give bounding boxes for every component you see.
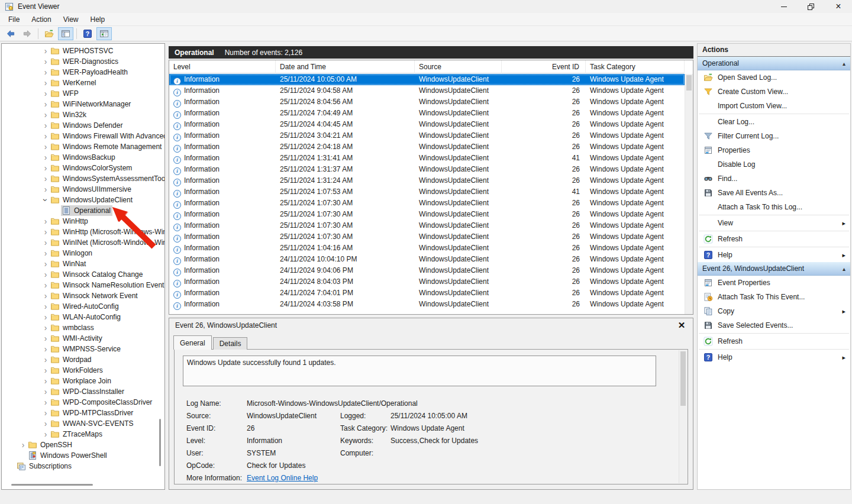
chevron-right-icon[interactable]: ›	[19, 441, 27, 449]
chevron-right-icon[interactable]: ›	[41, 409, 50, 417]
event-log-online-help-link[interactable]: Event Log Online Help	[247, 474, 670, 482]
chevron-right-icon[interactable]: ›	[41, 153, 50, 161]
event-list-scrollbar-thumb[interactable]	[686, 75, 692, 91]
action-open-saved-log[interactable]: Open Saved Log...	[698, 70, 850, 85]
menu-action[interactable]: Action	[25, 14, 57, 25]
menu-help[interactable]: Help	[85, 14, 111, 25]
action-disable-log[interactable]: Disable Log	[698, 157, 850, 172]
event-row[interactable]: iInformation25/11/2024 10:05:00 AMWindow…	[169, 74, 685, 85]
action-refresh[interactable]: Refresh	[698, 232, 850, 246]
event-row[interactable]: iInformation24/11/2024 9:04:06 PMWindows…	[169, 265, 685, 276]
tree-item-windows-remote-management[interactable]: ›Windows Remote Management	[2, 141, 164, 152]
chevron-right-icon[interactable]: ›	[41, 121, 50, 130]
event-row[interactable]: iInformation25/11/2024 4:04:45 AMWindows…	[169, 119, 685, 130]
event-row[interactable]: iInformation25/11/2024 1:07:30 AMWindows…	[169, 209, 685, 220]
chevron-right-icon[interactable]: ›	[41, 111, 50, 119]
event-row[interactable]: iInformation25/11/2024 2:04:18 AMWindows…	[169, 141, 685, 153]
chevron-right-icon[interactable]: ›	[41, 89, 50, 98]
close-button[interactable]: ×	[825, 0, 852, 13]
chevron-right-icon[interactable]: ›	[41, 68, 50, 76]
tree-item-winsock-nameresolution-event[interactable]: ›Winsock NameResolution Event	[2, 280, 164, 290]
chevron-right-icon[interactable]: ›	[41, 430, 50, 438]
column-header-source[interactable]: Source	[415, 60, 502, 73]
chevron-right-icon[interactable]: ›	[41, 419, 50, 428]
tree-item-wwan-svc-events[interactable]: ›WWAN-SVC-EVENTS	[2, 418, 164, 429]
chevron-right-icon[interactable]: ›	[41, 387, 50, 396]
event-row[interactable]: iInformation25/11/2024 9:04:58 AMWindows…	[169, 85, 685, 96]
tree-item-operational[interactable]: Operational	[2, 205, 164, 216]
tree-item-wephostsvc[interactable]: ›WEPHOSTSVC	[2, 46, 164, 56]
chevron-right-icon[interactable]: ›	[41, 313, 50, 321]
tab-details[interactable]: Details	[213, 337, 248, 350]
chevron-down-icon[interactable]: ›	[41, 196, 50, 204]
chevron-right-icon[interactable]: ›	[41, 217, 50, 225]
chevron-right-icon[interactable]: ›	[41, 366, 50, 374]
tree-item-winhttp[interactable]: ›WinHttp	[2, 216, 164, 227]
tree-item-ztracemaps[interactable]: ›ZTraceMaps	[2, 429, 164, 440]
event-row[interactable]: iInformation25/11/2024 1:07:30 AMWindows…	[169, 198, 685, 209]
collapse-up-icon[interactable]: ▴	[843, 266, 845, 272]
tree-item-windowsupdateclient[interactable]: ›WindowsUpdateClient	[2, 195, 164, 205]
tree-item-windowsuiimmersive[interactable]: ›WindowsUIImmersive	[2, 184, 164, 195]
folder-button[interactable]	[41, 27, 57, 40]
tree-item-wifinetworkmanager[interactable]: ›WiFiNetworkManager	[2, 99, 164, 109]
chevron-right-icon[interactable]: ›	[41, 270, 50, 279]
tree-item-wired-autoconfig[interactable]: ›Wired-AutoConfig	[2, 301, 164, 312]
event-row[interactable]: iInformation25/11/2024 8:04:56 AMWindows…	[169, 96, 685, 108]
chevron-right-icon[interactable]: ›	[41, 185, 50, 193]
tree-item-wpd-classinstaller[interactable]: ›WPD-ClassInstaller	[2, 386, 164, 397]
action-view[interactable]: View▸	[698, 216, 850, 230]
minimize-button[interactable]	[770, 0, 798, 13]
tree-item-windows-firewall-with-advanced-security[interactable]: ›Windows Firewall With Advanced Security	[2, 131, 164, 141]
event-row[interactable]: iInformation25/11/2024 1:07:30 AMWindows…	[169, 220, 685, 231]
action-filter-current-log[interactable]: Filter Current Log...	[698, 129, 850, 143]
actions-group-header-operational[interactable]: Operational▴	[698, 57, 850, 70]
tree-item-subscriptions[interactable]: Subscriptions	[2, 461, 164, 471]
tree-item-wpd-compositeclassdriver[interactable]: ›WPD-CompositeClassDriver	[2, 397, 164, 408]
tree-item-wmi-activity[interactable]: ›WMI-Activity	[2, 333, 164, 344]
tree-item-win32k[interactable]: ›Win32k	[2, 109, 164, 120]
action-create-custom-view[interactable]: Create Custom View...	[698, 85, 850, 99]
tree-item-wininet-microsoft-windows-wininet[interactable]: ›WinINet (Microsoft-Windows-WinINet)	[2, 237, 164, 248]
tree-item-windowssystemassessmenttool[interactable]: ›WindowsSystemAssessmentTool	[2, 173, 164, 184]
tree-item-winhttp-microsoft-windows-winhttp[interactable]: ›WinHttp (Microsoft-Windows-WinHttp)	[2, 227, 164, 237]
tree-item-wfp[interactable]: ›WFP	[2, 88, 164, 99]
tree-horizontal-scrollbar[interactable]	[11, 484, 93, 486]
chevron-right-icon[interactable]: ›	[41, 175, 50, 183]
menu-view[interactable]: View	[57, 14, 85, 25]
chevron-right-icon[interactable]: ›	[41, 377, 50, 385]
tree-item-wpd-mtpclassdriver[interactable]: ›WPD-MTPClassDriver	[2, 408, 164, 418]
event-row[interactable]: iInformation24/11/2024 7:04:01 PMWindows…	[169, 287, 685, 299]
tree-item-windowsbackup[interactable]: ›WindowsBackup	[2, 152, 164, 163]
chevron-right-icon[interactable]: ›	[41, 79, 50, 87]
tree-item-windows-defender[interactable]: ›Windows Defender	[2, 120, 164, 131]
event-row[interactable]: iInformation25/11/2024 1:04:16 AMWindows…	[169, 243, 685, 254]
tree-item-openssh[interactable]: ›OpenSSH	[2, 440, 164, 450]
tree-item-workplace-join[interactable]: ›Workplace Join	[2, 376, 164, 386]
tree-item-wer-payloadhealth[interactable]: ›WER-PayloadHealth	[2, 67, 164, 77]
actions-group-header-event-26-windowsupdateclient[interactable]: Event 26, WindowsUpdateClient▴	[698, 262, 850, 276]
action-import-custom-view[interactable]: Import Custom View...	[698, 99, 850, 113]
chevron-right-icon[interactable]: ›	[41, 143, 50, 151]
chevron-right-icon[interactable]: ›	[41, 324, 50, 332]
event-row[interactable]: iInformation25/11/2024 1:31:24 AMWindows…	[169, 175, 685, 186]
action-help[interactable]: Help▸	[698, 350, 850, 364]
event-row[interactable]: iInformation25/11/2024 1:31:41 AMWindows…	[169, 153, 685, 164]
tree-item-werkernel[interactable]: ›WerKernel	[2, 77, 164, 88]
chevron-right-icon[interactable]: ›	[41, 238, 50, 247]
column-header-event-id[interactable]: Event ID	[502, 60, 586, 73]
tree-item-workfolders[interactable]: ›WorkFolders	[2, 365, 164, 376]
tree-item-wer-diagnostics[interactable]: ›WER-Diagnostics	[2, 56, 164, 67]
action-attach-task-to-this-event[interactable]: Attach Task To This Event...	[698, 290, 850, 304]
action-properties[interactable]: Properties	[698, 143, 850, 157]
preview-scrollbar-track[interactable]	[679, 350, 687, 483]
restore-button[interactable]	[798, 0, 825, 13]
event-row[interactable]: iInformation25/11/2024 1:07:30 AMWindows…	[169, 231, 685, 243]
chevron-right-icon[interactable]: ›	[41, 132, 50, 140]
chevron-right-icon[interactable]: ›	[41, 47, 50, 55]
action-clear-log[interactable]: Clear Log...	[698, 115, 850, 129]
event-list-scrollbar-track[interactable]	[685, 74, 693, 314]
preview-scrollbar-thumb[interactable]	[680, 351, 686, 406]
column-header-date-time[interactable]: Date and Time	[276, 60, 415, 73]
action-attach-a-task-to-this-log[interactable]: Attach a Task To this Log...	[698, 200, 850, 214]
